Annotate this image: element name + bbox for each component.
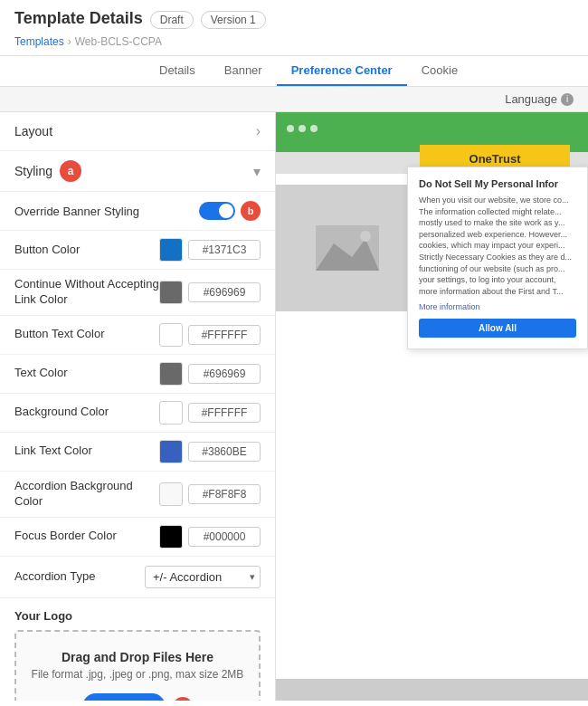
tab-cookie[interactable]: Cookie xyxy=(407,56,472,86)
breadcrumb: Templates › Web-BCLS-CCPA xyxy=(14,35,574,48)
header-top: Template Details Draft Version 1 xyxy=(14,9,574,30)
tab-banner[interactable]: Banner xyxy=(210,56,277,86)
background-color-swatch[interactable] xyxy=(159,401,183,425)
override-toggle[interactable] xyxy=(199,202,235,220)
tab-details[interactable]: Details xyxy=(145,56,210,86)
preview-popup-link[interactable]: More information xyxy=(419,302,576,311)
preview-bottom-bar xyxy=(276,679,588,701)
override-label: Override Banner Styling xyxy=(14,205,139,218)
button-text-color-input-group: #FFFFFF xyxy=(159,323,261,347)
upload-sub-text: File format .jpg, .jpeg or .png, max siz… xyxy=(31,668,244,681)
preview-dot-3 xyxy=(310,125,318,132)
accordion-bg-color-swatch[interactable] xyxy=(159,482,183,506)
link-text-color-swatch[interactable] xyxy=(159,440,183,463)
breadcrumb-link[interactable]: Templates xyxy=(14,35,64,48)
svg-point-2 xyxy=(360,231,371,242)
accordion-type-select[interactable]: +/- Accordion Arrow Accordion None xyxy=(145,566,261,588)
focus-border-color-input-group: #000000 xyxy=(159,525,261,549)
preview-gray-area xyxy=(276,185,420,311)
accordion-type-row: Accordion Type +/- Accordion Arrow Accor… xyxy=(0,557,275,598)
layout-chevron-icon: › xyxy=(256,123,261,139)
link-text-color-input-group: #3860BE xyxy=(159,440,261,463)
accordion-type-select-wrapper: +/- Accordion Arrow Accordion None xyxy=(145,566,261,588)
preview-popup: Do Not Sell My Personal Infor When you v… xyxy=(407,167,588,349)
header: Template Details Draft Version 1 Templat… xyxy=(0,0,588,56)
focus-border-color-row: Focus Border Color #000000 xyxy=(0,518,275,557)
link-text-color-row: Link Text Color #3860BE xyxy=(0,433,275,472)
layout-label: Layout xyxy=(14,124,52,138)
continue-without-link-row: Continue Without Accepting Link Color #6… xyxy=(0,270,275,316)
page-title: Template Details xyxy=(14,9,143,28)
preview-popup-btn[interactable]: Allow All xyxy=(419,319,576,338)
button-color-row: Button Color #1371C3 xyxy=(0,231,275,270)
tab-bar: Details Banner Preference Center Cookie xyxy=(0,56,588,87)
styling-badge: a xyxy=(60,160,81,182)
preview-popup-title: Do Not Sell My Personal Infor xyxy=(419,178,576,189)
focus-border-color-swatch[interactable] xyxy=(159,525,183,549)
button-color-input-group: #1371C3 xyxy=(159,238,261,262)
accordion-bg-color-row: Accordion Background Color #F8F8F8 xyxy=(0,472,275,518)
accordion-bg-color-value[interactable]: #F8F8F8 xyxy=(188,484,261,504)
upload-zone[interactable]: Drag and Drop Files Here File format .jp… xyxy=(14,630,261,701)
button-text-color-value[interactable]: #FFFFFF xyxy=(188,325,261,345)
styling-chevron-icon: ▾ xyxy=(253,163,261,180)
preview-browser: OneTrust Privacy, Security & Governance … xyxy=(276,112,588,701)
preview-panel: OneTrust Privacy, Security & Governance … xyxy=(276,112,588,701)
left-panel: Layout › Styling a ▾ Override Banner Sty… xyxy=(0,112,276,701)
preview-logo-name: OneTrust xyxy=(469,152,521,166)
accordion-type-label: Accordion Type xyxy=(14,569,145,585)
toggle-with-badge: b xyxy=(199,201,261,221)
background-color-input-group: #FFFFFF xyxy=(159,401,261,425)
styling-left: Styling a xyxy=(14,160,81,182)
link-text-color-value[interactable]: #3860BE xyxy=(188,442,261,462)
continue-without-link-swatch[interactable] xyxy=(159,281,183,304)
logo-label: Your Logo xyxy=(14,609,261,623)
text-color-row: Text Color #696969 xyxy=(0,355,275,394)
button-text-color-label: Button Text Color xyxy=(14,327,159,342)
upload-badge: c xyxy=(173,697,193,701)
upload-btn-row: Upload c xyxy=(31,693,244,701)
preview-mountain-icon xyxy=(316,225,379,271)
logo-section: Your Logo Drag and Drop Files Here File … xyxy=(0,598,275,701)
text-color-input-group: #696969 xyxy=(159,362,261,386)
button-text-color-row: Button Text Color #FFFFFF xyxy=(0,316,275,355)
preview-dot-1 xyxy=(287,125,294,132)
text-color-value[interactable]: #696969 xyxy=(188,364,261,384)
layout-section[interactable]: Layout › xyxy=(0,112,275,151)
upload-main-text: Drag and Drop Files Here xyxy=(31,650,244,664)
button-text-color-swatch[interactable] xyxy=(159,323,183,347)
language-info-icon[interactable]: i xyxy=(561,93,574,106)
text-color-swatch[interactable] xyxy=(159,362,183,386)
text-color-label: Text Color xyxy=(14,366,159,381)
button-color-swatch[interactable] xyxy=(159,238,183,262)
continue-without-link-input-group: #696969 xyxy=(159,281,261,304)
breadcrumb-separator: › xyxy=(68,35,71,48)
language-bar: Language i xyxy=(0,87,588,112)
background-color-value[interactable]: #FFFFFF xyxy=(188,403,261,423)
preview-popup-text: When you visit our website, we store co.… xyxy=(419,195,576,297)
continue-without-link-label: Continue Without Accepting Link Color xyxy=(14,277,159,308)
accordion-bg-color-label: Accordion Background Color xyxy=(14,479,159,510)
focus-border-color-label: Focus Border Color xyxy=(14,529,159,544)
styling-section[interactable]: Styling a ▾ xyxy=(0,151,275,192)
toggle-badge: b xyxy=(241,201,261,221)
override-row: Override Banner Styling b xyxy=(0,192,275,231)
tab-preference-center[interactable]: Preference Center xyxy=(277,56,407,86)
button-color-value[interactable]: #1371C3 xyxy=(188,240,261,260)
background-color-label: Background Color xyxy=(14,405,159,420)
preview-dot-2 xyxy=(299,125,306,132)
version-badge[interactable]: Version 1 xyxy=(201,11,266,29)
background-color-row: Background Color #FFFFFF xyxy=(0,394,275,433)
preview-green-bar xyxy=(276,112,588,145)
button-color-label: Button Color xyxy=(14,243,159,258)
upload-button[interactable]: Upload xyxy=(82,693,166,701)
continue-without-link-value[interactable]: #696969 xyxy=(188,282,261,302)
main-content: Layout › Styling a ▾ Override Banner Sty… xyxy=(0,112,588,701)
link-text-color-label: Link Text Color xyxy=(14,444,159,459)
styling-label: Styling xyxy=(14,164,52,178)
focus-border-color-value[interactable]: #000000 xyxy=(188,527,261,547)
accordion-bg-color-input-group: #F8F8F8 xyxy=(159,482,261,506)
language-label: Language xyxy=(505,92,557,106)
draft-badge[interactable]: Draft xyxy=(150,11,194,29)
breadcrumb-page: Web-BCLS-CCPA xyxy=(75,35,162,48)
